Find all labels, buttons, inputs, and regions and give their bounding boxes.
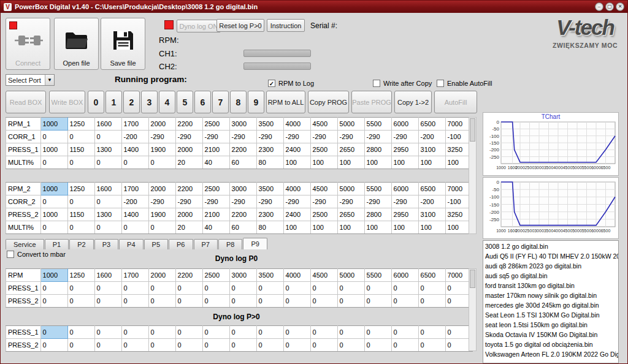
cell[interactable]: 0 <box>94 195 121 208</box>
cell[interactable]: 0 <box>67 156 94 169</box>
cell[interactable]: 2000 <box>175 208 202 221</box>
cell[interactable]: -290 <box>310 195 337 208</box>
cell[interactable]: 0 <box>391 326 418 339</box>
tab-p2[interactable]: P2 <box>69 239 93 249</box>
cell[interactable]: 0 <box>67 131 94 143</box>
file-item[interactable]: Seat Leon 1.5 TSI 130KM Go Digital.bin <box>483 310 618 320</box>
cell[interactable]: 0 <box>67 339 94 352</box>
cell[interactable]: 2650 <box>337 208 364 221</box>
cell[interactable]: 6500 <box>418 183 445 195</box>
cell[interactable]: 0 <box>310 339 337 352</box>
cell[interactable]: 0 <box>175 326 202 339</box>
cell[interactable]: -290 <box>364 131 391 143</box>
cell[interactable]: 3000 <box>229 183 256 195</box>
digit-button-6[interactable]: 6 <box>194 91 211 113</box>
copy-1-to-2-button[interactable]: Copy 1->2 <box>394 91 432 113</box>
cell[interactable]: 3100 <box>418 208 445 221</box>
enable-autofill-checkbox[interactable]: Enable AutoFill <box>437 80 492 87</box>
cell[interactable]: 20 <box>175 156 202 169</box>
cell[interactable]: 0 <box>202 339 229 352</box>
cell[interactable]: 1400 <box>121 208 148 221</box>
cell[interactable]: 2650 <box>337 143 364 156</box>
cell[interactable]: 0 <box>283 339 310 352</box>
cell[interactable]: 1700 <box>121 183 148 195</box>
cell[interactable]: 0 <box>40 221 67 234</box>
cell[interactable]: -290 <box>256 195 283 208</box>
cell[interactable]: 0 <box>418 295 445 308</box>
cell[interactable]: 0 <box>175 282 202 295</box>
cell[interactable]: 100 <box>310 156 337 169</box>
cell[interactable]: 0 <box>148 282 175 295</box>
cell[interactable]: 0 <box>148 295 175 308</box>
cell[interactable]: 0 <box>229 339 256 352</box>
cell[interactable]: 1000 <box>40 269 67 282</box>
digit-button-9[interactable]: 9 <box>248 91 264 113</box>
cell[interactable]: 2000 <box>148 183 175 195</box>
cell[interactable]: 0 <box>148 221 175 234</box>
scrollbar-thumb[interactable] <box>470 118 475 142</box>
cell[interactable]: 1900 <box>148 143 175 156</box>
reset-log-button[interactable]: Reset log P>0 <box>216 19 264 32</box>
cell[interactable]: 0 <box>40 339 67 352</box>
connect-button[interactable]: Connect <box>6 18 50 70</box>
cell[interactable]: 3000 <box>229 118 256 131</box>
cell[interactable]: 0 <box>148 339 175 352</box>
cell[interactable]: 2200 <box>175 269 202 282</box>
cell[interactable]: 2100 <box>202 208 229 221</box>
cell[interactable]: -290 <box>337 195 364 208</box>
file-item[interactable]: Volkswagen Arteon FL 2.0 190KM 2022 Go D… <box>483 349 618 359</box>
file-item[interactable]: toyota 1.5 go digital od obciążenia.bin <box>483 339 618 349</box>
cell[interactable]: 4000 <box>283 183 310 195</box>
open-file-button[interactable]: Open file <box>54 18 99 70</box>
file-item[interactable]: Skoda Octavia IV 150KM Go Digital.bin <box>483 330 618 339</box>
cell[interactable]: 1150 <box>67 143 94 156</box>
cell[interactable]: 0 <box>256 295 283 308</box>
file-item[interactable]: audi sq5 go digital.bin <box>483 271 618 281</box>
close-icon[interactable]: ✕ <box>616 2 624 11</box>
cell[interactable]: 0 <box>94 326 121 339</box>
cell[interactable]: 1250 <box>67 118 94 131</box>
cell[interactable]: 5000 <box>337 118 364 131</box>
cell[interactable]: -290 <box>256 131 283 143</box>
cell[interactable]: 2100 <box>202 143 229 156</box>
cell[interactable]: -290 <box>391 195 418 208</box>
cell[interactable]: 6500 <box>418 269 445 282</box>
cell[interactable]: 0 <box>121 282 148 295</box>
file-item[interactable]: master 170km nowy silnik go digital.bin <box>483 290 618 300</box>
cell[interactable]: 0 <box>283 295 310 308</box>
cell[interactable]: 0 <box>283 326 310 339</box>
cell[interactable]: 100 <box>418 156 445 169</box>
cell[interactable]: 0 <box>40 295 67 308</box>
cell[interactable]: -200 <box>121 195 148 208</box>
tab-p3[interactable]: P3 <box>94 239 118 249</box>
cell[interactable]: 5000 <box>337 269 364 282</box>
cell[interactable]: 6000 <box>391 183 418 195</box>
cell[interactable]: 1150 <box>67 208 94 221</box>
cell[interactable]: 0 <box>337 295 364 308</box>
file-item[interactable]: ford transit 130km go digital.bin <box>483 281 618 290</box>
cell[interactable]: 1300 <box>94 143 121 156</box>
tab-p8[interactable]: P8 <box>218 239 242 249</box>
cell[interactable]: 1700 <box>121 269 148 282</box>
cell[interactable]: -290 <box>229 195 256 208</box>
cell[interactable]: 0 <box>229 282 256 295</box>
cell[interactable]: 2000 <box>175 143 202 156</box>
digit-button-2[interactable]: 2 <box>123 91 140 113</box>
cell[interactable]: 0 <box>202 326 229 339</box>
cell[interactable]: 100 <box>418 221 445 234</box>
cell[interactable]: -290 <box>364 195 391 208</box>
cell[interactable]: 40 <box>202 221 229 234</box>
cell[interactable]: 100 <box>283 156 310 169</box>
cell[interactable]: 0 <box>67 326 94 339</box>
file-item[interactable]: 3008 1.2 go digital.bin <box>483 241 618 251</box>
cell[interactable]: 1300 <box>94 208 121 221</box>
cell[interactable]: 2300 <box>256 143 283 156</box>
cell[interactable]: -290 <box>229 131 256 143</box>
cell[interactable]: 3000 <box>229 269 256 282</box>
cell[interactable]: 6000 <box>391 269 418 282</box>
file-item[interactable]: seat leon 1.5tsi 150km go digital.bin <box>483 320 618 330</box>
cell[interactable]: 2500 <box>202 183 229 195</box>
cell[interactable]: 60 <box>229 156 256 169</box>
cell[interactable]: 1900 <box>148 208 175 221</box>
cell[interactable]: 0 <box>256 282 283 295</box>
